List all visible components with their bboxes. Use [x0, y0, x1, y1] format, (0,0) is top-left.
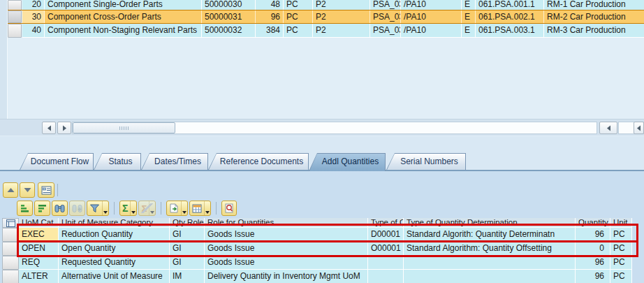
table-cell[interactable]: Goods Issue: [205, 256, 368, 270]
scroll-right-button[interactable]: [57, 122, 71, 134]
export-button[interactable]: [166, 201, 188, 216]
row-select-button[interactable]: [2, 270, 19, 283]
table-cell[interactable]: REQ: [19, 256, 59, 270]
tab-document-flow[interactable]: Document Flow: [20, 153, 94, 170]
table-cell[interactable]: GI: [170, 242, 205, 256]
table-cell[interactable]: E: [462, 24, 476, 38]
row-select-button[interactable]: [2, 228, 19, 242]
column-header[interactable]: Type of Quantity Determination: [404, 218, 576, 228]
column-header[interactable]: UoM Cat.: [19, 218, 59, 228]
horizontal-scrollbar[interactable]: [0, 119, 644, 136]
table-cell[interactable]: GI: [170, 256, 205, 270]
table-cell[interactable]: 50000032: [202, 24, 256, 38]
table-cell[interactable]: D00001: [368, 228, 404, 242]
table-cell[interactable]: Component Single-Order Parts: [45, 0, 202, 10]
dropdown-arrow-icon[interactable]: [102, 201, 108, 215]
table-cell[interactable]: PC: [284, 10, 313, 23]
select-all-button[interactable]: [2, 218, 19, 228]
row-select-button[interactable]: [8, 0, 22, 10]
print-preview-button[interactable]: [221, 201, 237, 216]
table-cell[interactable]: 30: [22, 10, 45, 23]
table-cell[interactable]: Open Quantity: [59, 242, 170, 256]
table-cell[interactable]: Requested Quantity: [59, 256, 170, 270]
table-cell[interactable]: 061.PSA.003.1: [476, 24, 544, 38]
table-cell[interactable]: 0: [576, 242, 610, 256]
scrollbar-track[interactable]: [72, 122, 597, 134]
table-cell[interactable]: Component Non-Staging Relevant Parts: [45, 24, 202, 38]
table-cell[interactable]: P2: [313, 0, 370, 10]
table-cell[interactable]: /PA10: [401, 10, 462, 23]
table-cell[interactable]: RM-1 Car Production: [544, 0, 644, 10]
column-header[interactable]: Role for Quantities: [205, 218, 368, 228]
table-cell[interactable]: 48: [256, 0, 284, 10]
column-header[interactable]: Quantity: [576, 218, 610, 228]
table-cell[interactable]: EXEC: [19, 228, 59, 242]
table-cell[interactable]: 061.PSA.001.1: [476, 0, 544, 10]
table-cell[interactable]: PC: [610, 270, 632, 283]
table-cell[interactable]: ALTER: [19, 270, 59, 283]
table-cell[interactable]: Alternative Unit of Measure: [59, 270, 170, 283]
scroll-button-clipped[interactable]: [634, 122, 644, 134]
scroll-left-button-right-pane[interactable]: [599, 122, 617, 134]
table-cell[interactable]: O00001: [368, 242, 404, 256]
table-cell[interactable]: [404, 256, 576, 270]
table-row[interactable]: ALTERAlternative Unit of MeasureIMDelive…: [2, 270, 632, 283]
column-header[interactable]: Type of QD: [368, 218, 404, 228]
table-cell[interactable]: RM-2 Car Production: [544, 10, 644, 23]
subtotal-button[interactable]: Σ: [138, 201, 156, 216]
table-row[interactable]: 20Component Single-Order Parts5000003048…: [8, 0, 644, 10]
table-row[interactable]: REQRequested QuantityGIGoods Issue96PC: [2, 256, 632, 270]
table-cell[interactable]: Delivery Quantity in Inventory Mgmt UoM: [205, 270, 368, 283]
row-select-button[interactable]: [2, 256, 19, 270]
tab-serial-numbers[interactable]: Serial Numbers: [386, 153, 466, 170]
table-cell[interactable]: IM: [170, 270, 205, 283]
table-cell[interactable]: Reduction Quantity: [59, 228, 170, 242]
tab-dates-times[interactable]: Dates/Times: [141, 153, 208, 170]
scrollbar-thumb[interactable]: [73, 122, 175, 133]
detail-view-button[interactable]: [38, 182, 54, 198]
table-cell[interactable]: 384: [256, 24, 284, 38]
dropdown-arrow-icon[interactable]: [181, 201, 187, 215]
row-select-button[interactable]: [8, 24, 22, 38]
column-header[interactable]: Unit of Measure Category: [59, 218, 170, 228]
column-header[interactable]: Qty Role: [170, 218, 205, 228]
dropdown-arrow-icon[interactable]: [130, 201, 136, 215]
table-cell[interactable]: OPEN: [19, 242, 59, 256]
table-cell[interactable]: 061.PSA.002.1: [476, 10, 544, 23]
table-cell[interactable]: [368, 270, 404, 283]
table-cell[interactable]: /PA10: [401, 0, 462, 10]
table-cell[interactable]: PC: [284, 24, 313, 38]
table-row[interactable]: 40Component Non-Staging Relevant Parts50…: [8, 24, 644, 38]
table-cell[interactable]: [368, 256, 404, 270]
find-next-button[interactable]: [69, 201, 85, 216]
total-button[interactable]: Σ: [119, 201, 137, 216]
row-up-button[interactable]: [3, 182, 18, 198]
table-cell[interactable]: Goods Issue: [205, 242, 368, 256]
sort-descending-button[interactable]: [34, 201, 50, 216]
table-cell[interactable]: 40: [22, 24, 45, 38]
row-down-button[interactable]: [20, 182, 35, 198]
table-cell[interactable]: PC: [610, 242, 632, 256]
tab-addl-quantities[interactable]: Addl Quantities: [309, 153, 386, 171]
table-cell[interactable]: 50000031: [202, 10, 256, 23]
table-cell[interactable]: PC: [284, 0, 313, 10]
row-select-button[interactable]: [2, 242, 19, 256]
sort-ascending-button[interactable]: [17, 201, 33, 216]
find-button[interactable]: [52, 201, 68, 216]
table-row[interactable]: OPENOpen QuantityGIGoods IssueO00001Stan…: [2, 242, 632, 256]
table-cell[interactable]: Standard Algorith: Quantity Determinatn: [404, 228, 576, 242]
table-cell[interactable]: GI: [170, 228, 205, 242]
filter-button[interactable]: [87, 201, 109, 216]
table-cell[interactable]: PC: [610, 256, 632, 270]
table-cell[interactable]: Goods Issue: [205, 228, 368, 242]
table-cell[interactable]: 96: [256, 10, 284, 23]
table-cell[interactable]: Component Cross-Order Parts: [45, 10, 202, 23]
table-cell[interactable]: E: [462, 10, 476, 23]
tab-status[interactable]: Status: [94, 153, 141, 170]
table-cell[interactable]: E: [462, 0, 476, 10]
table-row[interactable]: EXECReduction QuantityGIGoods IssueD0000…: [2, 228, 632, 242]
table-cell[interactable]: 96: [576, 256, 610, 270]
table-cell[interactable]: P2: [313, 24, 370, 38]
table-cell[interactable]: PSA_03: [370, 0, 401, 10]
table-cell[interactable]: 96: [576, 270, 610, 283]
